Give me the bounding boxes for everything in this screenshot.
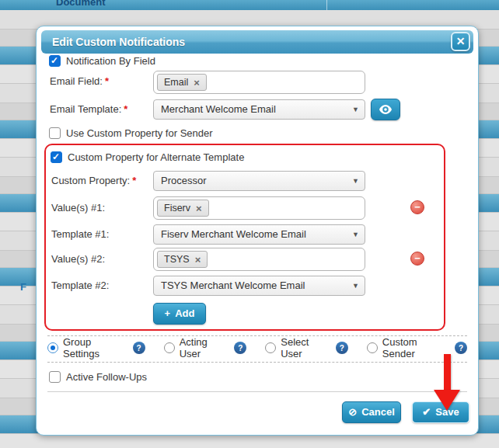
tag-remove-icon[interactable]: × (195, 254, 201, 266)
template-1-value: Fiserv Merchant Welcome Email (161, 228, 306, 240)
background-header-bar: Document (0, 0, 499, 10)
footer-divider (47, 391, 467, 392)
tag-email-label: Email (164, 77, 188, 88)
email-template-select[interactable]: Merchant Welcome Email ▼ (153, 99, 365, 120)
question-mark: ? (137, 344, 141, 352)
chevron-down-icon: ▼ (352, 177, 359, 185)
tag-remove-icon[interactable]: × (194, 77, 200, 89)
template-1-select[interactable]: Fiserv Merchant Welcome Email ▼ (153, 224, 365, 245)
values-1-label: Value(s) #1: (51, 202, 105, 214)
remove-pair-2-icon[interactable]: − (410, 252, 424, 266)
alternate-template-row: ✓Custom Property for Alternate Template (51, 151, 244, 163)
eye-icon (379, 104, 393, 115)
check-icon: ✓ (51, 55, 58, 66)
tag-fiserv-label: Fiserv (164, 203, 190, 214)
checkmark-icon: ✔ (422, 406, 431, 418)
close-icon[interactable]: ✕ (451, 32, 470, 51)
custom-property-select[interactable]: Processor ▼ (153, 171, 365, 191)
help-icon[interactable]: ? (336, 342, 348, 354)
values-2-input[interactable]: TSYS × (153, 248, 365, 271)
custom-sender-radio[interactable] (367, 342, 378, 353)
notification-by-field-row: ✓Notification By Field (49, 54, 155, 67)
annotation-highlight-box: ✓Custom Property for Alternate Template … (44, 144, 445, 331)
template-2-label: Template #2: (51, 280, 109, 291)
plus-icon: + (165, 307, 171, 319)
preview-template-button[interactable] (371, 99, 400, 120)
dashed-divider-bottom (47, 362, 467, 363)
minus-icon: − (414, 252, 420, 264)
tag-remove-icon[interactable]: × (196, 203, 202, 214)
tag-email: Email × (157, 74, 207, 91)
question-mark: ? (459, 344, 463, 352)
email-template-label: Email Template:* (50, 103, 127, 115)
screen: F Document Edit Custom Notifications ✕ ✓… (0, 0, 499, 448)
email-field-input[interactable]: Email × (153, 71, 365, 94)
sender-option-select-user: Select User ? (265, 336, 348, 359)
minus-icon: − (414, 201, 420, 213)
template-1-label: Template #1: (51, 228, 109, 240)
dialog-titlebar: Edit Custom Notifications ✕ (41, 30, 473, 54)
select-user-radio[interactable] (265, 342, 276, 353)
notification-by-field-checkbox[interactable]: ✓ (49, 55, 61, 67)
add-button-label: Add (175, 307, 194, 319)
tag-tsys-label: TSYS (164, 254, 190, 265)
notification-by-field-label: Notification By Field (66, 55, 155, 67)
required-icon: * (124, 103, 127, 115)
required-icon: * (105, 75, 109, 87)
cancel-button[interactable]: ⊘Cancel (342, 401, 401, 423)
email-template-value: Merchant Welcome Email (161, 103, 276, 115)
topbar-divider (326, 0, 327, 10)
active-followups-row: Active Follow-Ups (49, 370, 147, 383)
use-custom-property-sender-checkbox[interactable] (49, 127, 61, 139)
sender-options-row: Group Settings ? Acting User ? Select Us… (47, 339, 467, 356)
question-mark: ? (238, 344, 243, 352)
check-icon: ✓ (52, 151, 60, 162)
acting-user-label: Acting User (180, 336, 230, 359)
alternate-template-label: Custom Property for Alternate Template (68, 151, 244, 163)
annotation-arrow-head (434, 390, 460, 411)
active-followups-label: Active Follow-Ups (66, 371, 147, 383)
ban-icon: ⊘ (348, 406, 357, 418)
dialog-title: Edit Custom Notifications (52, 30, 185, 54)
remove-pair-1-icon[interactable]: − (410, 200, 424, 214)
help-icon[interactable]: ? (133, 342, 145, 354)
alternate-template-checkbox[interactable]: ✓ (51, 151, 62, 163)
annotation-arrow (444, 354, 451, 391)
background-letter: F (20, 281, 26, 293)
values-2-label: Value(s) #2: (51, 253, 105, 265)
select-user-label: Select User (281, 336, 331, 359)
help-icon[interactable]: ? (455, 342, 467, 354)
custom-property-value: Processor (161, 175, 207, 186)
group-settings-label: Group Settings (63, 336, 128, 359)
acting-user-radio[interactable] (164, 342, 175, 353)
background-column-document: Document (56, 0, 106, 8)
chevron-down-icon: ▼ (352, 231, 359, 238)
template-2-select[interactable]: TSYS Merchant Welcome Email ▼ (153, 276, 365, 296)
required-icon: * (132, 175, 136, 186)
use-custom-property-sender-row: Use Custom Property for Sender (49, 127, 213, 139)
chevron-down-icon: ▼ (352, 282, 359, 290)
sender-option-group-settings: Group Settings ? (47, 336, 145, 359)
add-button[interactable]: +Add (153, 303, 206, 325)
tag-fiserv: Fiserv × (157, 200, 209, 217)
tag-tsys: TSYS × (157, 251, 208, 268)
email-field-label: Email Field:* (50, 75, 109, 87)
use-custom-property-sender-label: Use Custom Property for Sender (66, 127, 213, 139)
group-settings-radio[interactable] (47, 342, 58, 353)
custom-sender-label: Custom Sender (382, 336, 450, 359)
sender-option-acting-user: Acting User ? (164, 336, 247, 359)
active-followups-checkbox[interactable] (49, 371, 61, 383)
help-icon[interactable]: ? (234, 342, 246, 354)
chevron-down-icon: ▼ (352, 106, 359, 113)
values-1-input[interactable]: Fiserv × (153, 196, 365, 220)
sender-option-custom-sender: Custom Sender ? (367, 336, 467, 359)
question-mark: ? (340, 344, 344, 352)
template-2-value: TSYS Merchant Welcome Email (161, 280, 305, 291)
edit-custom-notifications-dialog: Edit Custom Notifications ✕ ✓Notificatio… (36, 26, 479, 436)
custom-property-label: Custom Property:* (51, 175, 136, 186)
cancel-button-label: Cancel (361, 406, 395, 418)
